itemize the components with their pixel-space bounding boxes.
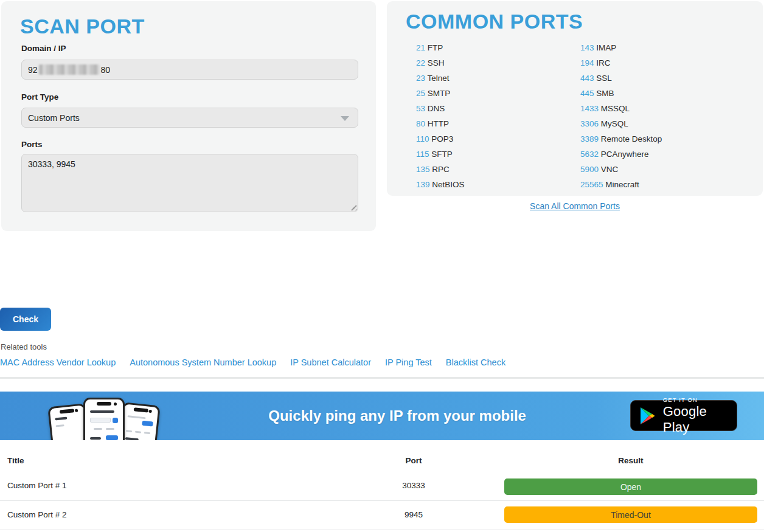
mobile-app-banner: Quickly ping any IP from your mobile GET…: [0, 392, 764, 440]
related-tools-links: MAC Address Vendor Lookup Autonomous Sys…: [0, 358, 505, 367]
result-row-port: 9945: [365, 510, 462, 519]
status-badge-timed-out: Timed-Out: [504, 506, 757, 523]
status-badge-open: Open: [504, 478, 757, 495]
scan-port-card: SCAN PORT Domain / IP 92 80 Port Type Cu…: [1, 1, 376, 231]
domain-ip-value-suffix: 80: [101, 65, 111, 75]
google-play-badge[interactable]: GET IT ON Google Play: [630, 400, 737, 431]
google-play-badge-text: GET IT ON Google Play: [663, 396, 737, 435]
scan-all-common-ports-link[interactable]: Scan All Common Ports: [387, 201, 763, 211]
common-port-item[interactable]: 135 RPC: [416, 162, 465, 177]
result-row-title: Custom Port # 1: [7, 481, 67, 490]
common-port-item[interactable]: 115 SFTP: [416, 147, 465, 162]
common-port-item[interactable]: 139 NetBIOS: [416, 177, 465, 192]
result-row-port: 30333: [365, 481, 462, 490]
common-port-item[interactable]: 445 SMB: [580, 86, 662, 101]
domain-ip-input[interactable]: 92 80: [21, 60, 358, 80]
results-column-result: Result: [504, 456, 757, 465]
common-port-item[interactable]: 25 SMTP: [416, 86, 465, 101]
common-port-item[interactable]: 25565 Minecraft: [580, 177, 662, 192]
common-ports-left-column: 21 FTP 22 SSH 23 Telnet 25 SMTP 53 DNS 8…: [416, 40, 465, 192]
common-port-item[interactable]: 3389 Remote Desktop: [580, 131, 662, 147]
section-divider: [0, 377, 764, 379]
common-port-item[interactable]: 143 IMAP: [580, 40, 662, 55]
link-blacklist-check[interactable]: Blacklist Check: [446, 358, 505, 367]
domain-ip-label: Domain / IP: [21, 44, 66, 53]
common-port-item[interactable]: 22 SSH: [416, 55, 465, 71]
ports-textarea[interactable]: 30333, 9945: [21, 154, 358, 212]
related-tools-label: Related tools: [1, 342, 47, 351]
port-type-select[interactable]: Custom Ports: [21, 108, 358, 128]
link-ip-subnet-calculator[interactable]: IP Subnet Calculator: [290, 358, 371, 367]
port-type-label: Port Type: [21, 92, 58, 102]
page-root: SCAN PORT Domain / IP 92 80 Port Type Cu…: [0, 0, 764, 532]
common-port-item[interactable]: 5900 VNC: [580, 162, 662, 177]
common-port-item[interactable]: 21 FTP: [416, 40, 465, 55]
chevron-down-icon: [341, 116, 349, 121]
ports-label: Ports: [21, 140, 43, 149]
phone-center-mockup: [83, 398, 125, 440]
common-port-item[interactable]: 3306 MySQL: [580, 116, 662, 131]
common-port-item[interactable]: 80 HTTP: [416, 116, 465, 131]
common-port-item[interactable]: 110 POP3: [416, 131, 465, 147]
results-column-title: Title: [7, 456, 24, 465]
common-ports-title: COMMON PORTS: [406, 10, 583, 33]
link-ip-ping-test[interactable]: IP Ping Test: [385, 358, 432, 367]
redacted-ip-blur: [39, 64, 100, 75]
common-port-item[interactable]: 23 Telnet: [416, 71, 465, 86]
results-column-port: Port: [365, 456, 462, 465]
scan-port-title: SCAN PORT: [20, 15, 145, 38]
link-asn-lookup[interactable]: Autonomous System Number Lookup: [130, 358, 276, 367]
common-port-item[interactable]: 53 DNS: [416, 101, 465, 116]
common-port-item[interactable]: 194 IRC: [580, 55, 662, 71]
link-mac-address-vendor-lookup[interactable]: MAC Address Vendor Lookup: [0, 358, 116, 367]
port-type-selected-value: Custom Ports: [28, 113, 80, 123]
row-separator: [0, 530, 764, 530]
result-row-title: Custom Port # 2: [7, 510, 67, 519]
phones-illustration: [52, 395, 155, 440]
row-separator: [0, 500, 764, 501]
common-port-item[interactable]: 5632 PCAnywhere: [580, 147, 662, 162]
check-button[interactable]: Check: [0, 308, 51, 331]
common-ports-right-column: 143 IMAP 194 IRC 443 SSL 445 SMB 1433 MS…: [580, 40, 662, 192]
common-port-item[interactable]: 443 SSL: [580, 71, 662, 86]
google-play-icon: [639, 406, 657, 426]
domain-ip-value-prefix: 92: [28, 65, 38, 75]
banner-headline: Quickly ping any IP from your mobile: [268, 407, 526, 424]
common-port-item[interactable]: 1433 MSSQL: [580, 101, 662, 116]
